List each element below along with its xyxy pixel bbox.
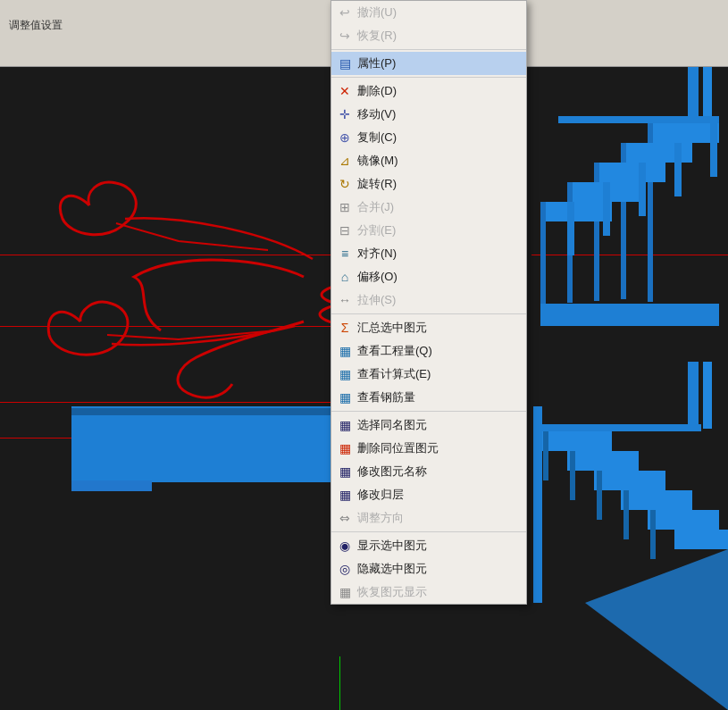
menu-label-delete_same: 删除同位置图元 <box>357 440 439 456</box>
menu-item-offset[interactable]: ⌂偏移(O) <box>331 265 526 288</box>
menu-label-adjust_dir: 调整方向 <box>357 510 404 526</box>
menu-label-rename: 修改图元名称 <box>357 464 427 480</box>
menu-divider-2 <box>331 49 526 50</box>
scale-icon: ↔ <box>337 292 353 308</box>
menu-label-mirror: 镜像(M) <box>357 153 398 169</box>
menu-item-scale: ↔拉伸(S) <box>331 288 526 312</box>
menu-item-view_steel[interactable]: ▦查看钢筋量 <box>331 386 526 409</box>
blue-step <box>71 480 152 491</box>
menu-item-copy[interactable]: ⊕复制(C) <box>331 126 526 149</box>
move-icon: ✛ <box>337 106 353 122</box>
menu-label-show_sel: 显示选中图元 <box>357 538 427 554</box>
stair-3d <box>531 67 728 710</box>
menu-item-rotate[interactable]: ↻旋转(R) <box>331 172 526 196</box>
menu-item-restore_vis: ▦恢复图元显示 <box>331 581 526 604</box>
svg-rect-19 <box>540 424 701 431</box>
menu-item-select_same[interactable]: ▦选择同名图元 <box>331 413 526 437</box>
svg-rect-7 <box>594 163 665 182</box>
menu-item-rename[interactable]: ▦修改图元名称 <box>331 460 526 483</box>
layer-icon: ▦ <box>337 487 353 503</box>
context-menu: ↩撤消(U)↪恢复(R)▤属性(P)✕删除(D)✛移动(V)⊕复制(C)⊿镜像(… <box>331 0 527 605</box>
svg-rect-20 <box>540 431 612 451</box>
select-icon: ▦ <box>337 417 353 433</box>
menu-label-select_same: 选择同名图元 <box>357 417 427 433</box>
menu-item-move[interactable]: ✛移动(V) <box>331 103 526 126</box>
svg-rect-31 <box>597 471 602 520</box>
menu-label-change_layer: 修改归层 <box>357 487 404 503</box>
menu-item-show_sel[interactable]: ◉显示选中图元 <box>331 534 526 557</box>
svg-rect-25 <box>674 530 728 549</box>
restore-icon: ▦ <box>337 584 353 600</box>
menu-item-split: ⊟分割(E) <box>331 219 526 242</box>
menu-item-clear: ↩撤消(U) <box>331 1 526 24</box>
menu-item-redo: ↪恢复(R) <box>331 24 526 47</box>
delete-icon: ✕ <box>337 83 353 99</box>
menu-item-properties[interactable]: ▤属性(P) <box>331 52 526 75</box>
menu-label-split: 分割(E) <box>357 222 396 238</box>
show-icon: ◉ <box>337 538 353 554</box>
steel-icon: ▦ <box>337 389 353 405</box>
menu-label-hide_sel: 隐藏选中图元 <box>357 561 427 577</box>
mirror-icon: ⊿ <box>337 153 353 169</box>
menu-label-view_steel: 查看钢筋量 <box>357 389 415 405</box>
blue-beam-top <box>71 408 331 415</box>
svg-rect-17 <box>603 182 610 236</box>
grid-line-h4 <box>0 402 331 403</box>
menu-label-view_quantity: 查看工程量(Q) <box>357 343 432 359</box>
svg-rect-21 <box>567 451 639 471</box>
menu-item-align[interactable]: ≡对齐(N) <box>331 242 526 265</box>
menu-item-mirror[interactable]: ⊿镜像(M) <box>331 149 526 172</box>
svg-rect-27 <box>703 362 712 429</box>
svg-rect-33 <box>650 510 656 559</box>
svg-rect-14 <box>710 123 717 177</box>
menu-item-change_layer[interactable]: ▦修改归层 <box>331 483 526 506</box>
svg-rect-32 <box>623 490 629 539</box>
rotate-icon: ↻ <box>337 176 353 192</box>
svg-rect-23 <box>621 490 692 510</box>
svg-rect-0 <box>688 67 699 121</box>
menu-item-delete[interactable]: ✕删除(D) <box>331 79 526 103</box>
menu-label-restore_vis: 恢复图元显示 <box>357 584 427 600</box>
menu-item-hide_sel[interactable]: ◎隐藏选中图元 <box>331 557 526 581</box>
green-axis-line <box>339 656 340 710</box>
menu-label-move: 移动(V) <box>357 106 396 122</box>
svg-rect-34 <box>533 406 542 603</box>
menu-divider-13 <box>331 313 526 314</box>
svg-rect-18 <box>567 202 574 255</box>
menu-divider-3 <box>331 77 526 78</box>
menu-item-adjust_dir: ⇔调整方向 <box>331 506 526 530</box>
redo-icon: ↪ <box>337 28 353 44</box>
svg-rect-13 <box>540 304 719 326</box>
formula-icon: ▦ <box>337 366 353 382</box>
grid-line-h1 <box>0 255 331 255</box>
menu-label-merge: 合并(J) <box>357 199 394 215</box>
svg-rect-2 <box>558 116 719 123</box>
align-icon: ≡ <box>337 246 353 262</box>
svg-rect-11 <box>540 202 612 221</box>
menu-label-properties: 属性(P) <box>357 55 396 71</box>
quantity-icon: ▦ <box>337 343 353 359</box>
offset-icon: ⌂ <box>337 269 353 285</box>
menu-item-view_quantity[interactable]: ▦查看工程量(Q) <box>331 339 526 363</box>
menu-label-clear: 撤消(U) <box>357 4 397 21</box>
menu-item-delete_same[interactable]: ▦删除同位置图元 <box>331 437 526 460</box>
menu-label-redo: 恢复(R) <box>357 28 397 44</box>
svg-rect-22 <box>594 471 665 490</box>
menu-item-view_formula[interactable]: ▦查看计算式(E) <box>331 363 526 386</box>
menu-divider-17 <box>331 411 526 412</box>
toolbar-label: 调整值设置 <box>9 18 63 33</box>
menu-item-merge: ⊞合并(J) <box>331 196 526 219</box>
svg-rect-24 <box>648 510 719 530</box>
menu-label-delete: 删除(D) <box>357 83 397 99</box>
svg-rect-16 <box>639 163 646 216</box>
menu-item-summary[interactable]: Σ汇总选中图元 <box>331 316 526 339</box>
hide-icon: ◎ <box>337 561 353 577</box>
menu-label-summary: 汇总选中图元 <box>357 320 427 336</box>
grid-line-h3 <box>0 326 331 327</box>
summary-icon: Σ <box>337 320 353 336</box>
menu-label-copy: 复制(C) <box>357 129 397 146</box>
svg-rect-3 <box>648 123 719 143</box>
merge-icon: ⊞ <box>337 199 353 215</box>
menu-label-align: 对齐(N) <box>357 246 397 262</box>
menu-divider-22 <box>331 531 526 532</box>
